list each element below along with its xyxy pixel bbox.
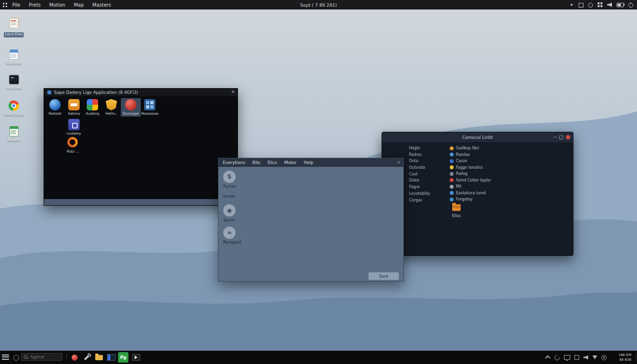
terminal-task-icon[interactable] <box>107 354 116 361</box>
volume-icon[interactable] <box>583 355 588 360</box>
chevron-up-icon[interactable] <box>545 355 550 361</box>
list-item[interactable]: Randas <box>450 152 491 158</box>
taskbar-clock[interactable]: 188 GM 88 B2B <box>619 353 631 362</box>
desktop-icon-lanb-bas[interactable]: Lanb Bas <box>0 75 27 91</box>
bullet-icon <box>450 146 454 150</box>
minimize-icon[interactable] <box>554 137 557 137</box>
list-item[interactable]: Famd Cotlor taylor <box>450 177 491 184</box>
spurd-icon: ◉ <box>223 204 236 217</box>
panel-left-list: Hagle Padres Ovta Outsoda Cast Dlate Pag… <box>409 145 430 203</box>
tools-task-icon[interactable] <box>82 354 91 361</box>
bullet-icon <box>450 178 454 182</box>
menu-elics[interactable]: Elics <box>267 160 277 165</box>
app-item[interactable]: Audong <box>82 99 102 116</box>
dialog-item-purhas[interactable]: S Purhas <box>223 171 261 189</box>
finder-titlebar[interactable]: Sape Dadory Lige Application (8 4GFl3) × <box>44 89 237 96</box>
list-item[interactable]: Hagle <box>409 145 430 152</box>
list-item[interactable]: Casse <box>450 158 491 164</box>
desktop-icon-land-files[interactable]: Land Files <box>0 18 27 37</box>
list-item-label: Padog <box>456 172 467 176</box>
list-item[interactable]: Eastaliura lurod <box>450 190 491 197</box>
close-icon[interactable]: × <box>231 89 235 94</box>
menu-mater[interactable]: Mater <box>284 160 297 165</box>
send-button[interactable]: Sent <box>368 272 399 280</box>
sync-icon[interactable] <box>569 2 574 7</box>
list-item[interactable]: Levatoblity <box>409 191 430 197</box>
applications-grid-icon[interactable] <box>3 3 7 7</box>
app-item-selected[interactable]: Dunooge <box>121 98 141 117</box>
menu-file[interactable]: File <box>12 2 20 8</box>
menu-motion[interactable]: Motion <box>49 2 65 8</box>
active-app-tile[interactable]: Pg <box>118 352 128 363</box>
plus-circle-icon[interactable] <box>601 355 607 360</box>
app-item[interactable]: Fastoat <box>45 99 65 116</box>
dialog-item-panegard[interactable]: ≈ Panegard <box>223 227 261 245</box>
satony-app-icon <box>68 99 80 110</box>
list-item[interactable]: Dlate <box>409 177 430 184</box>
notifications-icon[interactable] <box>579 3 583 8</box>
list-item[interactable]: Outsoda <box>409 164 430 171</box>
battery-icon[interactable] <box>617 3 624 7</box>
list-item[interactable]: Padres <box>409 152 430 158</box>
list-item[interactable]: Faggn Ionaliss <box>450 164 491 171</box>
app-item[interactable]: Rosasoaa <box>140 99 160 116</box>
window-title: Sape Dadory Lige Application (8 4GFl3) <box>54 90 138 95</box>
menu-everytions[interactable]: Everytions <box>223 160 246 165</box>
documents-icon <box>9 18 18 28</box>
topbar-clock[interactable]: Sept ( 7 89 281) <box>300 2 337 8</box>
list-item[interactable]: Mil <box>450 183 491 190</box>
list-item[interactable]: Padog <box>450 171 491 177</box>
launcher-icon[interactable] <box>13 355 19 361</box>
panel-right-list: Gadbop libri Randas Casse Faggn Ionaliss… <box>450 145 491 203</box>
files-task-icon[interactable] <box>95 354 103 361</box>
record-icon <box>72 355 78 361</box>
close-icon[interactable]: x <box>398 160 400 164</box>
app-item[interactable]: Satony <box>64 99 84 116</box>
desktop-icon-rutade[interactable]: Rutade <box>0 126 27 143</box>
close-icon[interactable] <box>566 135 570 139</box>
bullet-icon <box>450 185 454 189</box>
list-item[interactable]: Corgas <box>409 197 430 204</box>
finder-statusbar: Ft <box>44 199 237 205</box>
dialog-item-spurd[interactable]: ◉ Spurd <box>223 204 261 222</box>
list-item[interactable]: Gadbop libri <box>450 145 491 152</box>
clipboard-icon[interactable] <box>574 355 579 360</box>
app-item[interactable]: Lodatey <box>64 119 84 136</box>
app-item[interactable]: Rotz ... <box>63 137 83 154</box>
terminal-icon <box>107 354 116 361</box>
refresh-icon[interactable] <box>554 354 561 361</box>
maximize-icon[interactable] <box>559 136 563 139</box>
network-icon[interactable] <box>592 355 597 359</box>
menu-map[interactable]: Map <box>74 2 84 8</box>
terminal-icon <box>9 75 19 84</box>
dialog-item-label: Purhas <box>223 184 261 189</box>
media-task-icon[interactable] <box>132 354 140 361</box>
bullet-icon <box>450 191 454 195</box>
menu-masters[interactable]: Masters <box>92 2 111 8</box>
list-item[interactable]: Ovta <box>409 158 430 164</box>
menu-help[interactable]: Help <box>304 160 314 165</box>
power-icon[interactable] <box>628 3 633 8</box>
show-desktop-edge[interactable] <box>636 353 636 362</box>
search-input[interactable] <box>29 355 60 360</box>
folder-icon[interactable] <box>452 204 461 211</box>
recorder-task-icon[interactable] <box>70 354 79 361</box>
workspaces-icon[interactable] <box>598 2 602 7</box>
dialog-item-label: Panegard <box>223 240 261 245</box>
desktop-icon-good-days[interactable]: Good Days <box>0 100 27 118</box>
desktop-icon-wastede[interactable]: Wastede <box>0 49 27 66</box>
desktop-icon-label: Rutade <box>0 138 27 143</box>
menu-bits[interactable]: Bits <box>253 160 261 165</box>
panel-titlebar[interactable]: Comecal Lirdit <box>382 132 573 142</box>
wrench-icon <box>84 355 90 360</box>
list-item[interactable]: Pagre <box>409 184 430 191</box>
display-icon[interactable] <box>564 355 570 360</box>
app-item[interactable]: Hettv.. <box>101 99 121 116</box>
list-item[interactable]: Cast <box>409 171 430 178</box>
list-item[interactable]: Forgotoy <box>450 196 491 203</box>
volume-icon[interactable] <box>607 3 612 7</box>
menu-prets[interactable]: Prets <box>29 2 41 8</box>
status-icon[interactable] <box>588 3 593 8</box>
taskbar-search[interactable] <box>21 353 63 361</box>
start-menu-icon[interactable] <box>2 355 9 360</box>
